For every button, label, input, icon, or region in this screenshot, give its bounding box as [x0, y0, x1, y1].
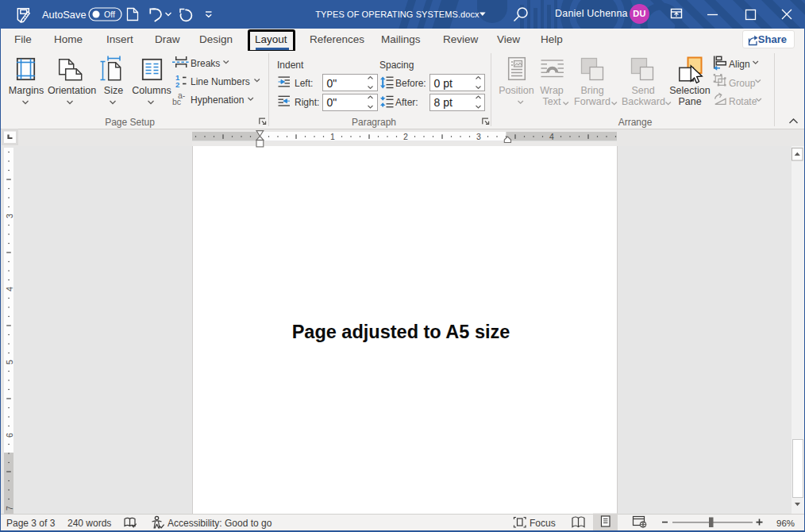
svg-text:1: 1 [330, 132, 335, 141]
svg-text:5: 5 [5, 360, 14, 364]
svg-text:7: 7 [5, 506, 14, 511]
svg-text:6: 6 [5, 433, 14, 438]
svg-text:4: 4 [549, 132, 554, 141]
svg-text:2: 2 [175, 80, 179, 89]
svg-text:4: 4 [5, 287, 14, 291]
svg-text:3: 3 [476, 132, 481, 141]
svg-text:2: 2 [403, 132, 408, 141]
svg-text:bc: bc [172, 97, 181, 106]
svg-text:3: 3 [5, 214, 14, 218]
